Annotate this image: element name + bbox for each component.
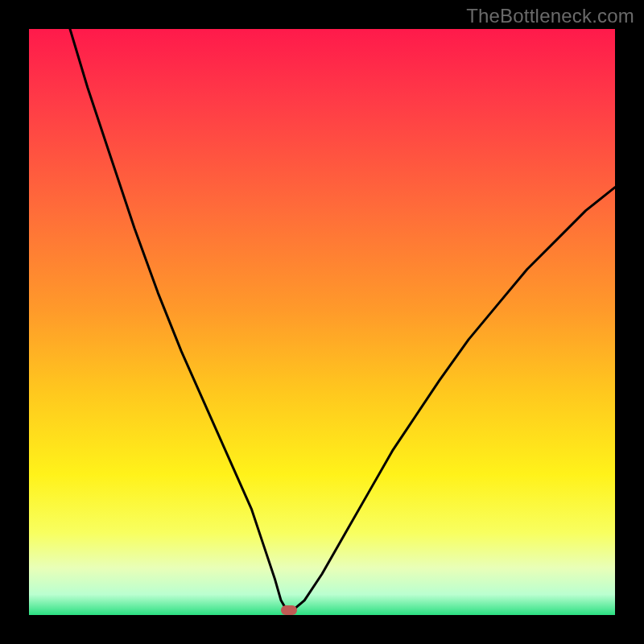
watermark-text: TheBottleneck.com xyxy=(466,5,634,27)
optimum-marker xyxy=(281,605,297,615)
gradient-background xyxy=(29,29,615,615)
plot-svg xyxy=(29,29,615,615)
chart-frame: TheBottleneck.com xyxy=(0,0,644,644)
plot-area xyxy=(29,29,615,615)
